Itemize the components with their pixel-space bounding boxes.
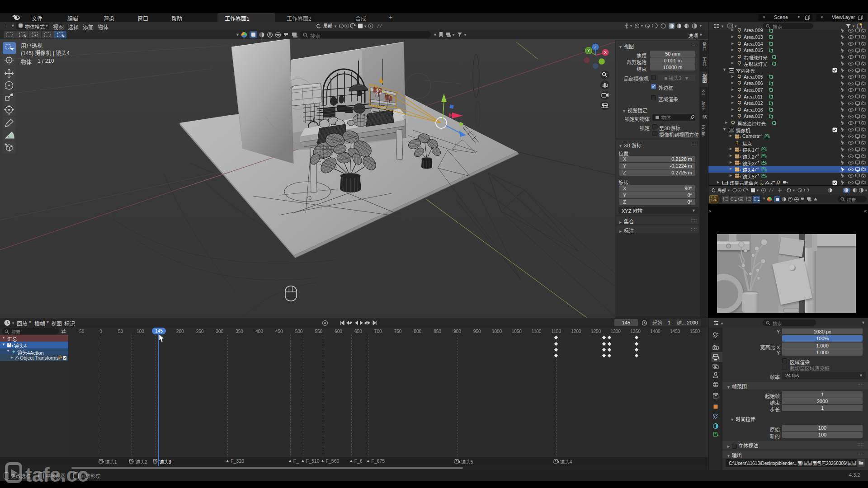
svg-text:▼: ▼ (629, 24, 633, 28)
svg-text:▼: ▼ (334, 24, 337, 28)
svg-text:▼: ▼ (792, 188, 795, 192)
svg-text:▼: ▼ (452, 33, 455, 37)
svg-text:▼: ▼ (720, 322, 724, 326)
svg-text:▼: ▼ (463, 33, 467, 37)
svg-text:-: - (748, 198, 749, 201)
svg-text:▼: ▼ (721, 24, 724, 28)
svg-text:▼: ▼ (864, 188, 867, 192)
svg-text:▼: ▼ (756, 188, 759, 192)
svg-text:局部: 局部 (717, 188, 726, 193)
svg-text:-: - (47, 33, 48, 38)
svg-text:Y: Y (587, 48, 590, 53)
svg-text:+: + (740, 198, 742, 201)
svg-text:▼: ▼ (640, 24, 644, 28)
svg-text:▼: ▼ (727, 188, 730, 192)
svg-text:X: X (604, 50, 607, 55)
svg-text:Z: Z (594, 45, 596, 49)
svg-text:局部: 局部 (323, 23, 332, 28)
svg-text:▼: ▼ (363, 24, 367, 28)
svg-text:+: + (34, 33, 37, 38)
svg-text:▼: ▼ (699, 24, 703, 28)
svg-text:▼: ▼ (11, 321, 15, 325)
